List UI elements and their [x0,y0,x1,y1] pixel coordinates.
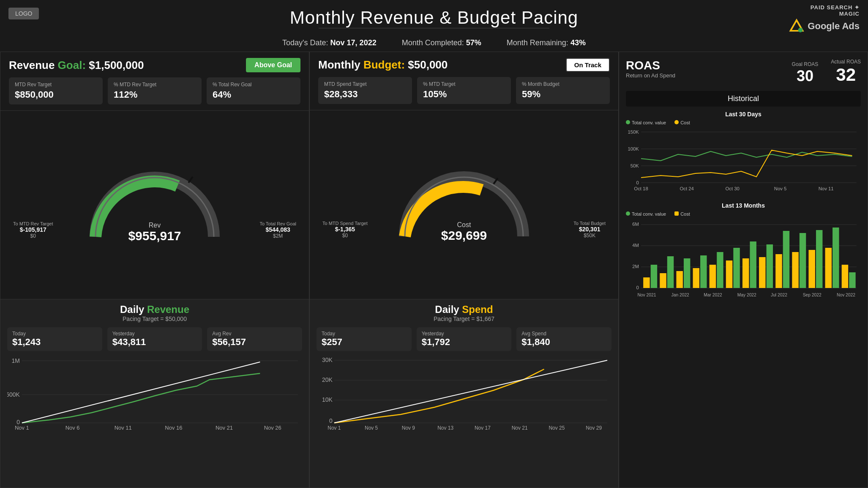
bar-green-7 [767,244,773,288]
budget-mtd-value: $28,333 [324,89,406,100]
right-panel: ROAS Return on Ad Spend Goal ROAS 30 Act… [619,52,868,488]
daily-spend-title: Daily Spend [317,304,611,315]
svg-text:Nov 9: Nov 9 [402,425,415,430]
revenue-panel-top: Revenue Goal: $1,500,000 Above Goal MTD … [0,52,309,111]
svg-text:0: 0 [329,417,333,424]
roas-actual-value: 32 [831,65,861,85]
budget-gauge-left-value: $-1,365 [322,226,368,233]
budget-gauge-svg: Cost $29,699 [392,164,536,245]
revenue-pct-mtd-stat: % MTD Rev Target 112% [108,77,202,104]
daily-spend-pacing: Pacing Target = $1,667 [317,315,611,322]
bar-green-8 [783,231,789,288]
daily-rev-highlight: Revenue [147,304,189,315]
bar-yellow-6 [742,258,749,288]
roas-actual-col: Actual ROAS 32 [831,59,861,85]
gauge-left-scale: $0 [13,233,53,239]
last13-section: Last 13 Months Total conv. value Cost 6M… [626,202,861,313]
budget-pct-mtd-value: 105% [423,89,505,100]
last30-legend-conv: Total conv. value [626,120,666,125]
budget-mtd-label: MTD Spend Target [324,81,406,87]
svg-text:Nov 5: Nov 5 [365,425,378,430]
daily-spend-highlight: Spend [462,304,493,315]
roas-goal-value: 30 [792,67,819,85]
revenue-pct-total-value: 64% [213,89,295,100]
bar-yellow-11 [825,248,832,288]
daily-spend-prefix: Daily [435,304,462,315]
svg-text:Nov 2022: Nov 2022 [837,293,855,297]
bar-yellow-3 [693,268,699,288]
svg-text:$955,917: $955,917 [128,229,181,243]
last13-legend-conv: Total conv. value [626,211,666,217]
google-ads-text: Google Ads [808,21,860,32]
revenue-mtd-value: $850,000 [15,89,97,100]
bar-yellow-5 [726,260,732,288]
revenue-gauge-right: To Total Rev Goal $544,083 $2M [259,221,296,239]
budget-pct-total-value: 59% [522,89,604,100]
budget-gauge-right-value: $20,301 [573,226,606,233]
budget-gauge-right: To Total Budget $20,301 $50K [573,221,606,239]
bar-green-2 [684,258,690,288]
budget-pct-mtd-stat: % MTD Target 105% [417,77,511,104]
roas-goal-label: Goal ROAS [792,61,819,67]
svg-text:4M: 4M [632,243,639,248]
svg-text:Mar 2022: Mar 2022 [704,293,722,297]
logo-area: PAID SEARCH ✦MAGIC Google Ads [789,4,860,34]
svg-text:Jul 2022: Jul 2022 [771,293,787,297]
gauge-left-value: $-105,917 [13,226,53,233]
svg-text:500K: 500K [7,391,20,398]
revenue-pct-mtd-value: 112% [114,89,196,100]
revenue-gauge-left: To MTD Rev Target $-105,917 $0 [13,221,53,239]
spend-chart-area: 30K 20K 10K 0 Nov 1 Nov 5 Nov [317,354,611,484]
budget-pct-total-label: % Month Budget [522,81,604,87]
last30-legend: Total conv. value Cost [626,120,861,125]
month-completed-value: 57% [466,38,481,47]
last13-cost-label: Cost [680,211,690,217]
svg-text:Cost: Cost [457,221,471,228]
last30-cost-label: Cost [680,120,690,125]
header: LOGO Monthly Revenue & Budget Pacing PAI… [0,0,868,36]
bar-yellow-9 [792,252,798,288]
last13-conv-label: Total conv. value [632,211,666,217]
last30-section: Last 30 Days Total conv. value Cost 150K… [626,111,861,196]
last13-legend: Total conv. value Cost [626,211,861,217]
revenue-panel: Revenue Goal: $1,500,000 Above Goal MTD … [0,52,309,488]
rev-today-stat: Today $1,243 [7,327,102,351]
rev-today-label: Today [12,331,97,337]
bar-green-6 [750,241,756,288]
revenue-stats-row: MTD Rev Target $850,000 % MTD Rev Target… [9,77,300,104]
spend-yesterday-stat: Yesterday $1,792 [417,327,512,351]
bar-green-11 [833,228,839,288]
daily-spend-stats: Today $257 Yesterday $1,792 Avg Spend $1… [317,327,611,351]
budget-gauge-left: To MTD Spend Target $-1,365 $0 [322,221,368,239]
title-divider [319,28,549,28]
svg-text:Nov 6: Nov 6 [66,425,80,430]
rev-yesterday-stat: Yesterday $43,811 [107,327,202,351]
budget-title-highlight: Budget: [363,58,405,71]
bar-green-10 [816,230,822,288]
daily-rev-pacing: Pacing Target = $50,000 [7,315,302,322]
svg-text:Nov 17: Nov 17 [475,425,491,430]
revenue-mtd-label: MTD Rev Target [15,82,97,88]
dashboard: LOGO Monthly Revenue & Budget Pacing PAI… [0,0,868,488]
last13-cost-dot [674,211,679,216]
bar-green-12 [849,272,855,288]
svg-text:$29,699: $29,699 [441,228,487,242]
bar-green-0 [651,265,657,288]
spend-today-value: $257 [322,337,407,348]
spend-today-label: Today [322,331,407,337]
daily-revenue-stats: Today $1,243 Yesterday $43,811 Avg Rev $… [7,327,302,351]
svg-text:Rev: Rev [149,222,161,229]
spend-yesterday-value: $1,792 [422,337,507,348]
svg-text:Nov 1: Nov 1 [328,425,341,430]
bar-yellow-12 [842,265,848,288]
main-title: Monthly Revenue & Budget Pacing [290,8,578,28]
svg-text:Nov 5: Nov 5 [774,186,787,191]
svg-text:20K: 20K [322,376,333,383]
svg-text:1M: 1M [12,357,20,364]
roas-title: ROAS [626,59,675,72]
spend-avg-stat: Avg Spend $1,840 [516,327,611,351]
budget-header-row: Monthly Budget: $50,000 On Track [318,58,610,72]
bar-green-1 [667,256,674,288]
revenue-chart-area: 1M 500K 0 Nov 1 Nov 6 Nov 11 Nov 16 [7,354,302,483]
subheader: Today's Date: Nov 17, 2022 Month Complet… [0,36,868,52]
